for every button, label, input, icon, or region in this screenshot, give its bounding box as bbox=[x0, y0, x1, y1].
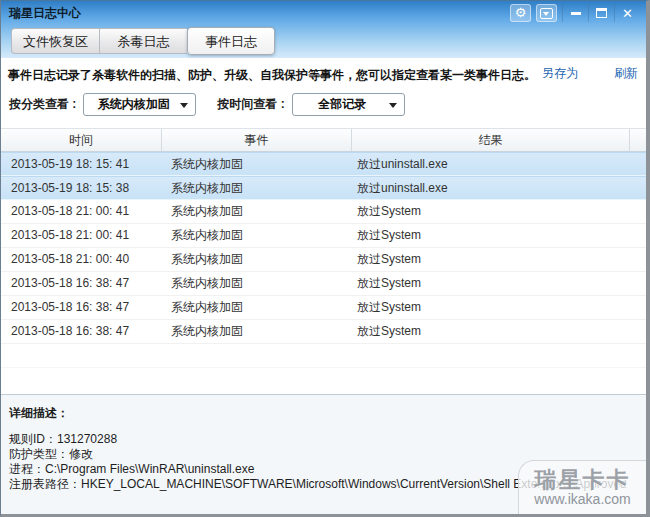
window-header: 瑞星日志中心 ⚙ ✕ 文件恢复区 杀毒日志 bbox=[1, 1, 646, 58]
row-time: 2013-05-18 16: 38: 47 bbox=[1, 320, 161, 343]
titlebar-buttons: ⚙ ✕ bbox=[510, 4, 640, 22]
row-result: 放过System bbox=[351, 248, 629, 271]
save-as-link[interactable]: 另存为 bbox=[542, 65, 578, 82]
refresh-link[interactable]: 刷新 bbox=[614, 65, 638, 82]
detail-line: 规则ID：131270288 bbox=[9, 432, 646, 447]
row-result: 放过System bbox=[351, 320, 629, 343]
row-result: 放过uninstall.exe bbox=[351, 177, 629, 199]
description-row: 事件日志记录了杀毒软件的扫描、防护、升级、自我保护等事件，您可以指定查看某一类事… bbox=[8, 65, 640, 81]
table-row[interactable]: 2013-05-19 18: 15: 41 系统内核加固 放过uninstall… bbox=[1, 152, 646, 176]
row-time: 2013-05-18 21: 00: 41 bbox=[1, 200, 161, 223]
event-log-description: 事件日志记录了杀毒软件的扫描、防护、升级、自我保护等事件，您可以指定查看某一类事… bbox=[8, 68, 536, 82]
row-time: 2013-05-18 16: 38: 47 bbox=[1, 272, 161, 295]
row-event: 系统内核加固 bbox=[161, 153, 351, 175]
time-filter-label: 按时间查看 : bbox=[217, 96, 284, 113]
column-header-result[interactable]: 结果 bbox=[351, 129, 629, 151]
row-time: 2013-05-18 21: 00: 40 bbox=[1, 248, 161, 271]
row-result: 放过System bbox=[351, 296, 629, 319]
table-row[interactable]: 2013-05-18 16: 38: 47 系统内核加固 放过System bbox=[1, 296, 646, 320]
row-time: 2013-05-18 21: 00: 41 bbox=[1, 224, 161, 247]
table-row[interactable]: 2013-05-19 18: 15: 38 系统内核加固 放过uninstall… bbox=[1, 176, 646, 200]
row-gutter bbox=[629, 248, 646, 271]
tab-antivirus-log[interactable]: 杀毒日志 bbox=[99, 28, 187, 54]
close-icon: ✕ bbox=[622, 6, 633, 21]
row-gutter bbox=[629, 153, 646, 175]
column-header-time[interactable]: 时间 bbox=[1, 129, 161, 151]
caret-down-icon bbox=[180, 103, 188, 108]
tab-file-recovery[interactable]: 文件恢复区 bbox=[11, 28, 99, 54]
row-gutter bbox=[629, 200, 646, 223]
row-gutter bbox=[629, 177, 646, 199]
row-time: 2013-05-19 18: 15: 41 bbox=[1, 153, 161, 175]
category-dropdown[interactable]: 系统内核加固 bbox=[83, 93, 196, 116]
row-event: 系统内核加固 bbox=[161, 248, 351, 271]
time-dropdown-value: 全部记录 bbox=[318, 96, 378, 113]
row-result: 放过System bbox=[351, 200, 629, 223]
skin-menu-button[interactable] bbox=[536, 4, 557, 22]
minimize-icon bbox=[571, 12, 581, 15]
row-time: 2013-05-18 16: 38: 47 bbox=[1, 296, 161, 319]
maximize-button[interactable] bbox=[588, 4, 614, 22]
titlebar[interactable]: 瑞星日志中心 ⚙ ✕ bbox=[1, 1, 646, 25]
table-row[interactable]: 2013-05-18 21: 00: 41 系统内核加固 放过System bbox=[1, 224, 646, 248]
tab-bar: 文件恢复区 杀毒日志 事件日志 bbox=[11, 28, 275, 55]
row-gutter bbox=[629, 296, 646, 319]
watermark-brand: 瑞星卡卡 bbox=[535, 468, 631, 491]
category-dropdown-value: 系统内核加固 bbox=[98, 96, 182, 113]
event-table: 时间 事件 结果 2013-05-19 18: 15: 41 系统内核加固 放过… bbox=[1, 128, 646, 368]
table-header: 时间 事件 结果 bbox=[1, 128, 646, 152]
row-event: 系统内核加固 bbox=[161, 296, 351, 319]
row-event: 系统内核加固 bbox=[161, 200, 351, 223]
close-button[interactable]: ✕ bbox=[614, 4, 640, 22]
row-event: 系统内核加固 bbox=[161, 320, 351, 343]
tab-event-log[interactable]: 事件日志 bbox=[187, 27, 275, 55]
row-event: 系统内核加固 bbox=[161, 224, 351, 247]
table-row[interactable]: 2013-05-18 16: 38: 47 系统内核加固 放过System bbox=[1, 320, 646, 344]
caret-down-icon bbox=[389, 103, 397, 108]
row-gutter bbox=[629, 320, 646, 343]
table-row[interactable]: 2013-05-18 21: 00: 40 系统内核加固 放过System bbox=[1, 248, 646, 272]
watermark-url: www.ikaka.com bbox=[534, 491, 630, 508]
detail-title: 详细描述： bbox=[9, 405, 646, 422]
filter-row: 按分类查看 : 系统内核加固 按时间查看 : 全部记录 bbox=[9, 92, 405, 116]
table-body: 2013-05-19 18: 15: 41 系统内核加固 放过uninstall… bbox=[1, 152, 646, 368]
minimize-button[interactable] bbox=[562, 4, 588, 22]
action-links: 另存为 刷新 bbox=[542, 65, 638, 82]
rising-log-center-window: 瑞星日志中心 ⚙ ✕ 文件恢复区 杀毒日志 bbox=[0, 0, 650, 517]
dropdown-box-icon bbox=[540, 8, 553, 19]
table-row[interactable]: 2013-05-18 16: 38: 47 系统内核加固 放过System bbox=[1, 272, 646, 296]
ikaka-watermark: 瑞星卡卡 www.ikaka.com bbox=[518, 460, 646, 514]
row-gutter bbox=[629, 272, 646, 295]
row-event: 系统内核加固 bbox=[161, 177, 351, 199]
content-area: 事件日志记录了杀毒软件的扫描、防护、升级、自我保护等事件，您可以指定查看某一类事… bbox=[1, 58, 646, 514]
settings-button[interactable]: ⚙ bbox=[510, 4, 531, 22]
row-event: 系统内核加固 bbox=[161, 272, 351, 295]
row-result: 放过uninstall.exe bbox=[351, 153, 629, 175]
scrollbar-gutter bbox=[629, 129, 646, 151]
row-gutter bbox=[629, 224, 646, 247]
time-dropdown[interactable]: 全部记录 bbox=[292, 93, 405, 116]
gear-icon: ⚙ bbox=[515, 5, 527, 21]
table-row[interactable]: 2013-05-18 21: 00: 41 系统内核加固 放过System bbox=[1, 200, 646, 224]
row-result: 放过System bbox=[351, 272, 629, 295]
empty-row bbox=[1, 344, 646, 368]
window-title: 瑞星日志中心 bbox=[9, 1, 81, 25]
column-header-event[interactable]: 事件 bbox=[161, 129, 351, 151]
row-result: 放过System bbox=[351, 224, 629, 247]
maximize-icon bbox=[596, 8, 607, 18]
category-filter-label: 按分类查看 : bbox=[9, 96, 76, 113]
row-time: 2013-05-19 18: 15: 38 bbox=[1, 177, 161, 199]
